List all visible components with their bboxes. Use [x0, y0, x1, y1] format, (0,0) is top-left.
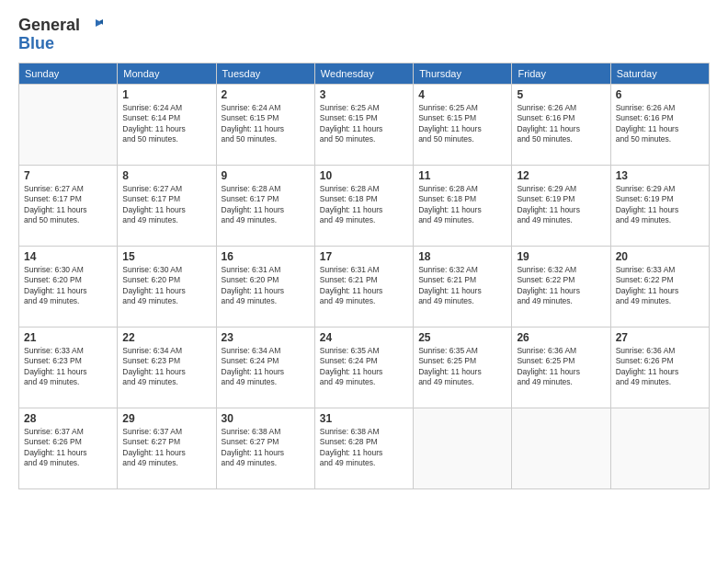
calendar-cell [414, 408, 512, 488]
day-number: 6 [616, 88, 704, 101]
calendar-cell: 11Sunrise: 6:28 AMSunset: 6:18 PMDayligh… [414, 165, 512, 246]
day-number: 3 [320, 88, 408, 101]
calendar-cell: 1Sunrise: 6:24 AMSunset: 6:14 PMDaylight… [118, 84, 216, 165]
day-number: 23 [222, 331, 310, 344]
calendar-cell: 6Sunrise: 6:26 AMSunset: 6:16 PMDaylight… [610, 84, 709, 165]
day-info: Sunrise: 6:37 AMSunset: 6:27 PMDaylight:… [122, 427, 210, 469]
calendar-cell: 30Sunrise: 6:38 AMSunset: 6:27 PMDayligh… [216, 408, 314, 488]
day-number: 9 [222, 169, 310, 182]
day-info: Sunrise: 6:36 AMSunset: 6:25 PMDaylight:… [517, 346, 605, 388]
day-number: 20 [616, 250, 704, 263]
day-info: Sunrise: 6:36 AMSunset: 6:26 PMDaylight:… [616, 346, 704, 388]
calendar-cell: 2Sunrise: 6:24 AMSunset: 6:15 PMDaylight… [216, 84, 314, 165]
day-number: 8 [122, 169, 210, 182]
calendar-cell: 12Sunrise: 6:29 AMSunset: 6:19 PMDayligh… [512, 165, 610, 246]
day-info: Sunrise: 6:27 AMSunset: 6:17 PMDaylight:… [24, 184, 112, 226]
logo-blue: Blue [18, 35, 103, 53]
calendar-cell: 19Sunrise: 6:32 AMSunset: 6:22 PMDayligh… [512, 246, 610, 327]
calendar-cell: 10Sunrise: 6:28 AMSunset: 6:18 PMDayligh… [314, 165, 413, 246]
weekday-header-monday: Monday [118, 63, 216, 84]
day-number: 14 [24, 250, 112, 263]
day-info: Sunrise: 6:32 AMSunset: 6:21 PMDaylight:… [418, 265, 506, 307]
day-info: Sunrise: 6:25 AMSunset: 6:15 PMDaylight:… [320, 103, 408, 145]
day-info: Sunrise: 6:35 AMSunset: 6:25 PMDaylight:… [418, 346, 506, 388]
day-info: Sunrise: 6:26 AMSunset: 6:16 PMDaylight:… [616, 103, 704, 145]
weekday-header-saturday: Saturday [610, 63, 709, 84]
calendar-cell: 28Sunrise: 6:37 AMSunset: 6:26 PMDayligh… [19, 408, 118, 488]
header: General Blue [18, 17, 710, 53]
calendar-table: SundayMondayTuesdayWednesdayThursdayFrid… [18, 63, 710, 489]
day-info: Sunrise: 6:38 AMSunset: 6:27 PMDaylight:… [222, 427, 310, 469]
calendar-cell: 26Sunrise: 6:36 AMSunset: 6:25 PMDayligh… [512, 327, 610, 408]
calendar-cell: 4Sunrise: 6:25 AMSunset: 6:15 PMDaylight… [414, 84, 512, 165]
calendar-cell: 27Sunrise: 6:36 AMSunset: 6:26 PMDayligh… [610, 327, 709, 408]
calendar-cell: 13Sunrise: 6:29 AMSunset: 6:19 PMDayligh… [610, 165, 709, 246]
calendar-cell [512, 408, 610, 488]
weekday-header-wednesday: Wednesday [314, 63, 413, 84]
day-info: Sunrise: 6:28 AMSunset: 6:18 PMDaylight:… [418, 184, 506, 226]
day-info: Sunrise: 6:29 AMSunset: 6:19 PMDaylight:… [616, 184, 704, 226]
day-number: 7 [24, 169, 112, 182]
day-number: 25 [418, 331, 506, 344]
calendar-cell: 8Sunrise: 6:27 AMSunset: 6:17 PMDaylight… [118, 165, 216, 246]
day-number: 5 [517, 88, 605, 101]
day-info: Sunrise: 6:25 AMSunset: 6:15 PMDaylight:… [418, 103, 506, 145]
day-number: 28 [24, 412, 112, 425]
weekday-header-sunday: Sunday [19, 63, 118, 84]
day-number: 12 [517, 169, 605, 182]
page: General Blue SundayMondayTuesdayWednesda… [0, 0, 728, 563]
day-number: 11 [418, 169, 506, 182]
day-number: 30 [222, 412, 310, 425]
day-info: Sunrise: 6:33 AMSunset: 6:23 PMDaylight:… [24, 346, 112, 388]
day-info: Sunrise: 6:31 AMSunset: 6:20 PMDaylight:… [222, 265, 310, 307]
day-info: Sunrise: 6:35 AMSunset: 6:24 PMDaylight:… [320, 346, 408, 388]
day-info: Sunrise: 6:38 AMSunset: 6:28 PMDaylight:… [320, 427, 408, 469]
day-number: 22 [122, 331, 210, 344]
day-number: 15 [122, 250, 210, 263]
calendar-cell: 18Sunrise: 6:32 AMSunset: 6:21 PMDayligh… [414, 246, 512, 327]
calendar-cell: 29Sunrise: 6:37 AMSunset: 6:27 PMDayligh… [118, 408, 216, 488]
calendar-cell: 23Sunrise: 6:34 AMSunset: 6:24 PMDayligh… [216, 327, 314, 408]
calendar-cell: 21Sunrise: 6:33 AMSunset: 6:23 PMDayligh… [19, 327, 118, 408]
calendar-cell: 16Sunrise: 6:31 AMSunset: 6:20 PMDayligh… [216, 246, 314, 327]
calendar-cell: 25Sunrise: 6:35 AMSunset: 6:25 PMDayligh… [414, 327, 512, 408]
calendar-cell: 7Sunrise: 6:27 AMSunset: 6:17 PMDaylight… [19, 165, 118, 246]
day-info: Sunrise: 6:34 AMSunset: 6:24 PMDaylight:… [222, 346, 310, 388]
calendar-cell: 17Sunrise: 6:31 AMSunset: 6:21 PMDayligh… [314, 246, 413, 327]
logo-general: General [18, 17, 103, 35]
weekday-header-thursday: Thursday [414, 63, 512, 84]
calendar-cell [19, 84, 118, 165]
day-info: Sunrise: 6:33 AMSunset: 6:22 PMDaylight:… [616, 265, 704, 307]
day-number: 4 [418, 88, 506, 101]
day-info: Sunrise: 6:37 AMSunset: 6:26 PMDaylight:… [24, 427, 112, 469]
day-number: 29 [122, 412, 210, 425]
weekday-header-friday: Friday [512, 63, 610, 84]
calendar-cell: 14Sunrise: 6:30 AMSunset: 6:20 PMDayligh… [19, 246, 118, 327]
calendar-cell: 5Sunrise: 6:26 AMSunset: 6:16 PMDaylight… [512, 84, 610, 165]
day-info: Sunrise: 6:32 AMSunset: 6:22 PMDaylight:… [517, 265, 605, 307]
day-number: 24 [320, 331, 408, 344]
logo: General Blue [18, 17, 103, 53]
calendar-cell: 22Sunrise: 6:34 AMSunset: 6:23 PMDayligh… [118, 327, 216, 408]
calendar-cell [610, 408, 709, 488]
day-number: 2 [222, 88, 310, 101]
calendar-cell: 9Sunrise: 6:28 AMSunset: 6:17 PMDaylight… [216, 165, 314, 246]
day-info: Sunrise: 6:29 AMSunset: 6:19 PMDaylight:… [517, 184, 605, 226]
calendar-cell: 15Sunrise: 6:30 AMSunset: 6:20 PMDayligh… [118, 246, 216, 327]
day-info: Sunrise: 6:30 AMSunset: 6:20 PMDaylight:… [24, 265, 112, 307]
calendar-cell: 31Sunrise: 6:38 AMSunset: 6:28 PMDayligh… [314, 408, 413, 488]
day-number: 18 [418, 250, 506, 263]
day-number: 17 [320, 250, 408, 263]
day-info: Sunrise: 6:27 AMSunset: 6:17 PMDaylight:… [122, 184, 210, 226]
day-info: Sunrise: 6:24 AMSunset: 6:14 PMDaylight:… [122, 103, 210, 145]
day-info: Sunrise: 6:28 AMSunset: 6:18 PMDaylight:… [320, 184, 408, 226]
day-info: Sunrise: 6:28 AMSunset: 6:17 PMDaylight:… [222, 184, 310, 226]
day-info: Sunrise: 6:34 AMSunset: 6:23 PMDaylight:… [122, 346, 210, 388]
calendar-cell: 24Sunrise: 6:35 AMSunset: 6:24 PMDayligh… [314, 327, 413, 408]
day-number: 1 [122, 88, 210, 101]
day-number: 13 [616, 169, 704, 182]
day-number: 27 [616, 331, 704, 344]
day-number: 26 [517, 331, 605, 344]
day-number: 16 [222, 250, 310, 263]
day-number: 10 [320, 169, 408, 182]
